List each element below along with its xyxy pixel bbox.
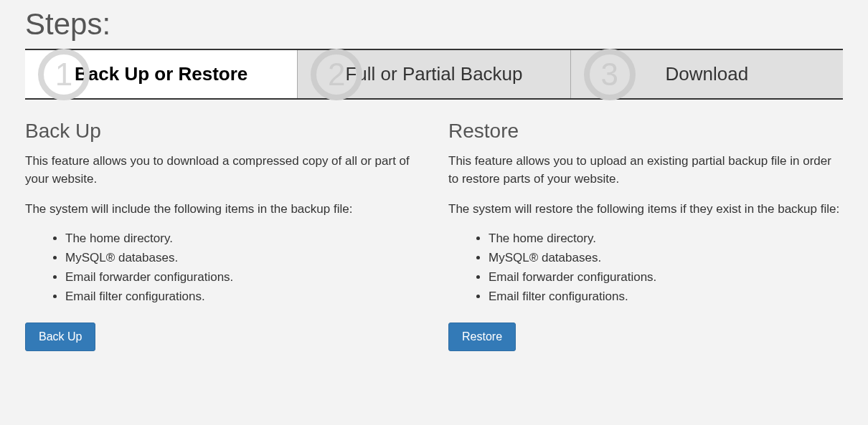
step-3-number-icon: 3 <box>584 49 636 100</box>
list-item: The home directory. <box>65 229 420 248</box>
steps-container: 1 Back Up or Restore 2 Full or Partial B… <box>25 49 843 100</box>
backup-description: This feature allows you to download a co… <box>25 153 420 188</box>
content-row: Back Up This feature allows you to downl… <box>25 120 843 351</box>
step-3-label: Download <box>666 63 749 85</box>
list-item: The home directory. <box>489 229 843 248</box>
step-1-number-icon: 1 <box>38 49 90 100</box>
backup-column: Back Up This feature allows you to downl… <box>25 120 420 351</box>
backup-button[interactable]: Back Up <box>25 323 95 351</box>
restore-title: Restore <box>448 120 843 143</box>
page-title: Steps: <box>25 7 843 42</box>
list-item: Email forwarder configurations. <box>65 267 420 287</box>
backup-title: Back Up <box>25 120 420 143</box>
restore-button[interactable]: Restore <box>448 323 516 351</box>
list-item: Email filter configurations. <box>489 287 843 306</box>
list-item: Email forwarder configurations. <box>489 267 843 287</box>
step-1[interactable]: 1 Back Up or Restore <box>25 50 297 98</box>
restore-column: Restore This feature allows you to uploa… <box>448 120 843 351</box>
list-item: MySQL® databases. <box>489 248 843 267</box>
restore-description: This feature allows you to upload an exi… <box>448 153 843 188</box>
step-2[interactable]: 2 Full or Partial Backup <box>297 50 570 98</box>
step-1-label: Back Up or Restore <box>75 63 247 85</box>
restore-item-list: The home directory. MySQL® databases. Em… <box>448 229 843 307</box>
backup-subdescription: The system will include the following it… <box>25 201 420 219</box>
backup-item-list: The home directory. MySQL® databases. Em… <box>25 229 420 307</box>
step-3[interactable]: 3 Download <box>570 50 843 98</box>
list-item: Email filter configurations. <box>65 287 420 306</box>
restore-subdescription: The system will restore the following it… <box>448 201 843 219</box>
step-2-label: Full or Partial Backup <box>345 63 522 85</box>
list-item: MySQL® databases. <box>65 248 420 267</box>
step-2-number-icon: 2 <box>311 49 362 100</box>
